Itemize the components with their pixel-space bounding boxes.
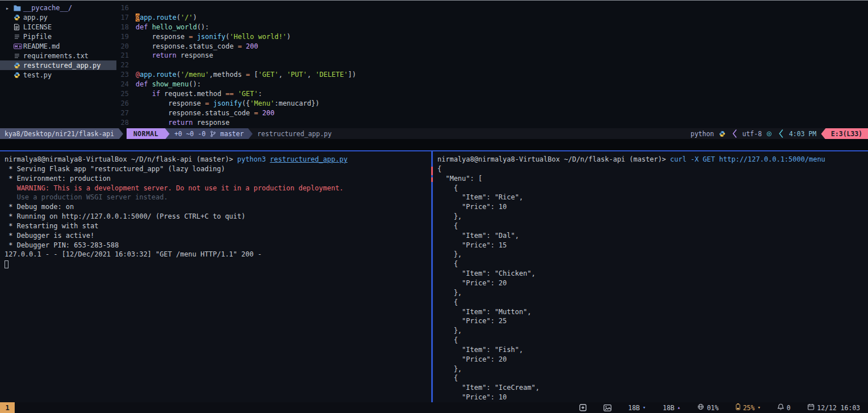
file-name: README.md bbox=[23, 42, 60, 50]
terminal-line: * Running on http://127.0.0.1:5000/ (Pre… bbox=[5, 212, 427, 221]
file-tree-item[interactable]: LICENSE bbox=[0, 23, 116, 32]
line-number: 22 bbox=[116, 60, 136, 70]
code-line: 22 bbox=[116, 60, 868, 70]
license-icon bbox=[14, 24, 23, 31]
terminal-line: * Restarting with stat bbox=[5, 221, 427, 231]
folder-icon bbox=[14, 5, 23, 11]
powerline-arrow-icon bbox=[248, 128, 253, 139]
file-tree-item[interactable]: app.py bbox=[0, 13, 116, 23]
terminal-line: { bbox=[437, 184, 863, 193]
doc-icon bbox=[14, 33, 23, 40]
terminal-window: ▸__pycache__/app.pyLICENSEPipfileREADME.… bbox=[0, 0, 868, 413]
terminal-line: "Price": 20 bbox=[437, 279, 863, 288]
terminal-line: "Menu": [ bbox=[437, 174, 863, 184]
terminal-line: { bbox=[437, 164, 863, 174]
bell-icon bbox=[778, 403, 784, 412]
file-name: restructured_app.py bbox=[23, 62, 101, 69]
filename-text: restructured_app.py bbox=[257, 130, 332, 138]
terminal-pane-flask-server[interactable]: nirmalya8@nirmalya8-VirtualBox ~/D/n/fla… bbox=[0, 151, 431, 402]
error-count-text: E:3(L33) bbox=[831, 130, 862, 138]
file-tree-item[interactable]: ▸__pycache__/ bbox=[0, 3, 116, 13]
calendar-icon bbox=[808, 403, 814, 412]
tmux-window-badge[interactable]: 1 bbox=[0, 402, 15, 413]
statusline-clock: 4:03 PM bbox=[784, 128, 821, 139]
terminal-line: Use a production WSGI server instead. bbox=[5, 193, 427, 202]
terminal-line: 127.0.0.1 - - [12/Dec/2021 16:03:32] "GE… bbox=[5, 250, 427, 259]
image-icon bbox=[604, 405, 611, 411]
statusline-tree-path: kya8/Desktop/nir21/flask-api bbox=[0, 128, 119, 139]
line-number: 25 bbox=[116, 89, 136, 99]
terminal-line: "Item": "Mutton", bbox=[437, 307, 863, 317]
git-changes-text: +0 ~0 -0 bbox=[174, 130, 205, 138]
nerdtree-file-explorer[interactable]: ▸__pycache__/app.pyLICENSEPipfileREADME.… bbox=[0, 1, 116, 128]
file-name: LICENSE bbox=[23, 23, 52, 31]
terminal-pane-curl[interactable]: nirmalya8@nirmalya8-VirtualBox ~/D/n/fla… bbox=[433, 151, 868, 402]
file-tree-item[interactable]: requirements.txt bbox=[0, 51, 116, 60]
terminal-line: * Debug mode: on bbox=[5, 202, 427, 212]
battery-widget: 25%▾ bbox=[736, 403, 761, 412]
terminal-line: { bbox=[437, 298, 863, 307]
statusline-mode: NORMAL bbox=[127, 128, 166, 139]
code-line: 18def hello_world(): bbox=[116, 23, 868, 32]
file-tree-item[interactable]: restructured_app.py bbox=[0, 60, 116, 70]
line-number: 28 bbox=[116, 118, 136, 128]
terminal-line: "Price": 10 bbox=[437, 393, 863, 402]
filetype-text: python bbox=[691, 130, 714, 138]
cpu-value: 01% bbox=[707, 404, 719, 412]
code-line: 25 if request.method == 'GET': bbox=[116, 89, 868, 99]
file-name: Pipfile bbox=[23, 33, 52, 41]
powerline-arrow-icon bbox=[821, 128, 826, 139]
up-arrow-icon: ▴ bbox=[677, 405, 680, 410]
terminal-line: { bbox=[437, 221, 863, 231]
terminal-line: }, bbox=[437, 364, 863, 374]
line-number: 20 bbox=[116, 42, 136, 51]
code-editor[interactable]: 1617@app.route('/')18def hello_world():1… bbox=[116, 1, 868, 128]
expand-arrow-icon[interactable]: ▸ bbox=[6, 5, 14, 11]
python-icon bbox=[718, 131, 727, 137]
battery-value: 25% bbox=[743, 404, 755, 412]
file-name: __pycache__/ bbox=[23, 4, 72, 12]
terminal-line: }, bbox=[437, 326, 863, 336]
file-tree-item[interactable]: README.md bbox=[0, 42, 116, 51]
battery-icon bbox=[736, 403, 740, 412]
terminal-line: "Price": 10 bbox=[437, 202, 863, 212]
statusline-encoding: utf-8 bbox=[738, 128, 778, 139]
file-tree-item[interactable]: test.py bbox=[0, 70, 116, 80]
file-name: app.py bbox=[23, 14, 47, 21]
code-line: 27 response.status_code = 200 bbox=[116, 108, 868, 118]
vim-command-line bbox=[0, 139, 868, 150]
plus-box-icon bbox=[579, 404, 587, 411]
python-icon bbox=[14, 62, 23, 69]
circle-dot-icon bbox=[765, 131, 773, 137]
pane-marker bbox=[431, 177, 433, 182]
terminal-line: { bbox=[437, 336, 863, 345]
python-icon bbox=[14, 14, 23, 21]
git-branch-icon bbox=[209, 131, 217, 137]
tmux-widgets: 18B▾ 18B▴ 01% 25%▾ 0 12/12 16:03 bbox=[579, 403, 868, 412]
tree-path-text: kya8/Desktop/nir21/flask-api bbox=[5, 130, 114, 138]
terminal-line: { bbox=[437, 259, 863, 269]
git-branch-name: master bbox=[220, 130, 244, 138]
line-number: 23 bbox=[116, 70, 136, 80]
line-number: 17 bbox=[116, 13, 136, 23]
datetime-value: 12/12 16:03 bbox=[817, 404, 860, 412]
net-up-widget: 18B▴ bbox=[663, 404, 680, 412]
line-number: 18 bbox=[116, 23, 136, 32]
statusline-diagnostics: E:3(L33) bbox=[826, 128, 868, 139]
datetime-widget: 12/12 16:03 bbox=[808, 403, 860, 412]
terminal-cursor bbox=[5, 260, 8, 268]
net-down-widget: 18B▾ bbox=[628, 404, 646, 412]
code-line: 24def show_menu(): bbox=[116, 80, 868, 89]
terminal-line: * Serving Flask app "restructured_app" (… bbox=[5, 164, 427, 174]
line-number: 16 bbox=[116, 3, 136, 13]
python-icon bbox=[14, 72, 23, 79]
bottom-panes: nirmalya8@nirmalya8-VirtualBox ~/D/n/fla… bbox=[0, 151, 868, 402]
globe-icon bbox=[697, 403, 704, 412]
code-line: 28 return response bbox=[116, 118, 868, 128]
file-tree-item[interactable]: Pipfile bbox=[0, 32, 116, 42]
vim-editor-pane[interactable]: ▸__pycache__/app.pyLICENSEPipfileREADME.… bbox=[0, 1, 868, 128]
powerline-arrow-icon bbox=[165, 128, 170, 139]
cpu-widget: 01% bbox=[697, 403, 719, 412]
encoding-text: utf-8 bbox=[743, 130, 762, 138]
chevron-left-icon bbox=[778, 128, 784, 139]
